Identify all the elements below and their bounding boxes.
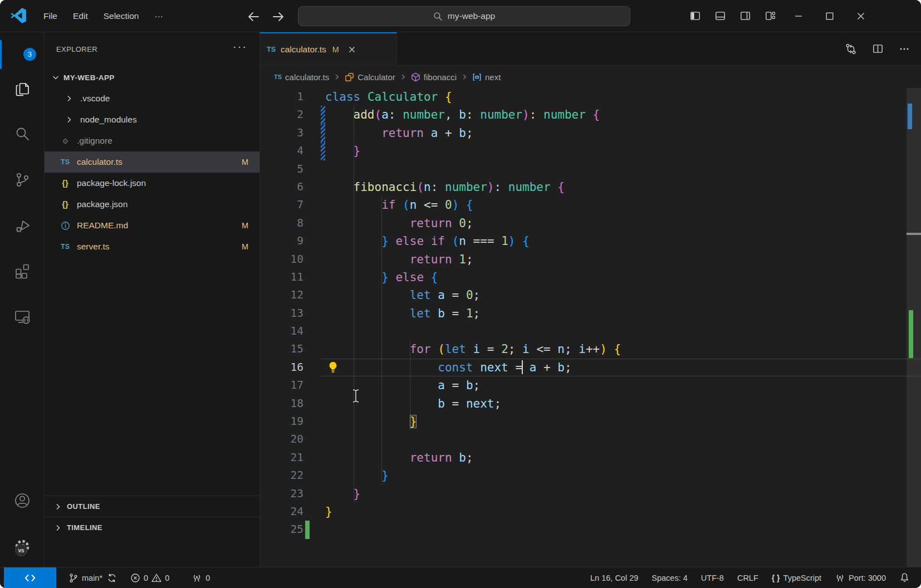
forward-button[interactable] bbox=[271, 9, 286, 24]
search-text: my-web-app bbox=[448, 11, 495, 21]
overview-modified-marker bbox=[908, 104, 912, 129]
tab-calculator-ts[interactable]: TS calculator.ts M bbox=[260, 32, 397, 65]
status-indentation[interactable]: Spaces: 4 bbox=[645, 567, 694, 588]
code-line-12[interactable]: 12 let a = 0; bbox=[260, 286, 921, 304]
status-branch[interactable]: main* bbox=[62, 567, 105, 588]
code-line-20[interactable]: 20 bbox=[260, 430, 921, 448]
customize-layout-button[interactable] bbox=[758, 0, 783, 32]
code-line-23[interactable]: 23 } bbox=[260, 485, 921, 503]
code-line-8[interactable]: 8 return 0; bbox=[260, 214, 921, 232]
code-line-5[interactable]: 5 bbox=[260, 160, 921, 178]
back-button[interactable] bbox=[246, 9, 261, 24]
active-view-indicator bbox=[0, 40, 2, 69]
menu-edit[interactable]: Edit bbox=[65, 8, 96, 24]
status-eol[interactable]: CRLF bbox=[731, 567, 765, 588]
code-text: a = b; bbox=[325, 376, 921, 394]
folder-row-vscode[interactable]: .vscode bbox=[45, 88, 259, 109]
status-forwarded-ports[interactable]: 0 bbox=[185, 567, 217, 588]
code-line-13[interactable]: 13 let b = 1; bbox=[260, 305, 921, 322]
code-text: for (let i = 2; i <= n; i++) { bbox=[325, 340, 921, 358]
line-number: 21 bbox=[260, 449, 303, 467]
code-text: return 1; bbox=[325, 251, 921, 268]
code-line-16[interactable]: 16 const next = a + b; bbox=[260, 359, 921, 376]
file-row-package-lock[interactable]: {} package-lock.json bbox=[45, 173, 259, 194]
open-changes-icon[interactable] bbox=[845, 43, 857, 55]
line-number: 15 bbox=[260, 340, 303, 358]
remote-indicator[interactable] bbox=[4, 567, 56, 588]
line-number: 23 bbox=[260, 485, 303, 503]
status-language[interactable]: { } TypeScript bbox=[765, 567, 828, 588]
code-line-2[interactable]: 2 add(a: number, b: number): number { bbox=[260, 106, 921, 124]
status-encoding[interactable]: UTF-8 bbox=[694, 567, 731, 588]
code-line-4[interactable]: 4 } bbox=[260, 142, 921, 160]
code-line-22[interactable]: 22 } bbox=[260, 467, 921, 484]
code-line-7[interactable]: 7 if (n <= 0) { bbox=[260, 196, 921, 214]
line-number: 20 bbox=[260, 430, 303, 448]
status-sync[interactable] bbox=[105, 567, 124, 588]
outline-section-header[interactable]: OUTLINE bbox=[45, 496, 259, 517]
menu-selection[interactable]: Selection bbox=[96, 8, 147, 24]
breadcrumb-class[interactable]: Calculator bbox=[345, 72, 395, 82]
more-actions-icon[interactable] bbox=[899, 43, 910, 55]
tab-close-icon[interactable] bbox=[347, 45, 356, 54]
accounts-icon[interactable] bbox=[0, 483, 44, 518]
breadcrumb-separator-icon bbox=[399, 73, 407, 81]
minimize-button[interactable] bbox=[783, 0, 814, 32]
file-name: package-lock.json bbox=[77, 178, 146, 188]
status-cursor-position[interactable]: Ln 16, Col 29 bbox=[584, 567, 645, 588]
status-notifications-bell[interactable] bbox=[893, 567, 917, 588]
menu-file[interactable]: File bbox=[36, 8, 65, 24]
search-view-icon[interactable] bbox=[0, 117, 44, 151]
explorer-view-icon[interactable] bbox=[0, 71, 44, 106]
explorer-more-actions[interactable]: ··· bbox=[233, 40, 247, 53]
breadcrumb-file[interactable]: TS calculator.ts bbox=[274, 72, 329, 82]
toggle-primary-sidebar-button[interactable] bbox=[683, 0, 708, 32]
code-line-1[interactable]: 1class Calculator { bbox=[260, 88, 921, 106]
code-line-6[interactable]: 6 fibonacci(n: number): number { bbox=[260, 178, 921, 196]
status-problems[interactable]: 0 0 bbox=[124, 567, 176, 588]
tab-modified-badge: M bbox=[332, 45, 339, 54]
remote-explorer-view-icon[interactable] bbox=[0, 300, 44, 334]
code-line-21[interactable]: 21 return b; bbox=[260, 449, 921, 467]
menu-more[interactable]: ··· bbox=[146, 8, 171, 24]
close-window-button[interactable] bbox=[845, 0, 876, 32]
extensions-view-icon[interactable] bbox=[0, 254, 44, 288]
timeline-section-header[interactable]: TIMELINE bbox=[45, 517, 259, 538]
code-line-19[interactable]: 19 } bbox=[260, 413, 921, 430]
toggle-secondary-sidebar-button[interactable] bbox=[733, 0, 758, 32]
line-number: 7 bbox=[260, 196, 303, 214]
command-center-search[interactable]: my-web-app bbox=[298, 6, 630, 26]
code-line-24[interactable]: 24} bbox=[260, 503, 921, 521]
file-row-gitignore[interactable]: .gitignore bbox=[45, 130, 259, 151]
status-port[interactable]: Port: 3000 bbox=[828, 567, 893, 588]
code-text: } bbox=[325, 413, 921, 430]
activity-bar: 3 vs bbox=[0, 32, 45, 567]
run-and-debug-view-icon[interactable] bbox=[0, 208, 44, 243]
folder-row-node-modules[interactable]: node_modules bbox=[45, 109, 259, 130]
code-line-15[interactable]: 15 for (let i = 2; i <= n; i++) { bbox=[260, 340, 921, 358]
file-row-package-json[interactable]: {} package.json bbox=[45, 194, 259, 215]
line-number: 18 bbox=[260, 395, 303, 413]
file-row-calculator-ts[interactable]: TS calculator.ts M bbox=[45, 151, 259, 173]
code-line-3[interactable]: 3 return a + b; bbox=[260, 124, 921, 142]
code-line-9[interactable]: 9 } else if (n === 1) { bbox=[260, 232, 921, 250]
split-editor-icon[interactable] bbox=[872, 43, 884, 55]
toggle-panel-button[interactable] bbox=[708, 0, 733, 32]
breadcrumb-variable[interactable]: next bbox=[472, 72, 501, 82]
typescript-file-icon: TS bbox=[274, 74, 282, 80]
code-line-10[interactable]: 10 return 1; bbox=[260, 251, 921, 268]
source-control-view-icon[interactable] bbox=[0, 163, 44, 197]
code-line-14[interactable]: 14 bbox=[260, 322, 921, 340]
maximize-button[interactable] bbox=[814, 0, 845, 32]
code-editor[interactable]: 1class Calculator {2 add(a: number, b: n… bbox=[260, 88, 921, 567]
code-line-11[interactable]: 11 } else { bbox=[260, 268, 921, 286]
symbol-variable-icon bbox=[472, 72, 482, 82]
code-line-25[interactable]: 25 bbox=[260, 521, 921, 538]
title-bar: File Edit Selection ··· my-web-app bbox=[0, 0, 921, 32]
code-text: if (n <= 0) { bbox=[325, 196, 921, 214]
file-row-readme[interactable]: README.md M bbox=[45, 215, 259, 236]
file-row-server-ts[interactable]: TS server.ts M bbox=[45, 236, 259, 257]
breadcrumb-method[interactable]: fibonacci bbox=[411, 72, 457, 82]
workspace-root-row[interactable]: MY-WEB-APP bbox=[45, 67, 259, 88]
workspace-root-label: MY-WEB-APP bbox=[63, 74, 115, 82]
